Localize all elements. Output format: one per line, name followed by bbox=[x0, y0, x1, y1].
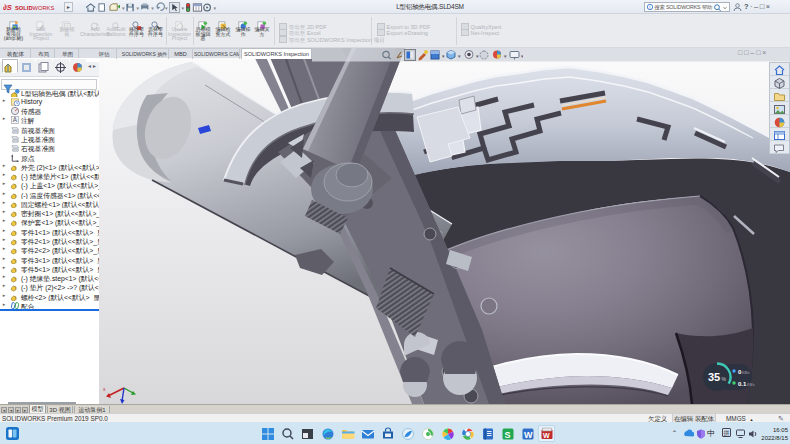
svg-text:▼: ▼ bbox=[475, 54, 479, 59]
svg-text:KB/s: KB/s bbox=[742, 371, 750, 375]
svg-text:▼: ▼ bbox=[121, 6, 126, 11]
svg-text:i: i bbox=[649, 5, 650, 10]
svg-text:W: W bbox=[543, 431, 550, 438]
svg-text:▼: ▼ bbox=[150, 6, 155, 11]
svg-text:▼: ▼ bbox=[503, 54, 507, 59]
svg-text:KB/s: KB/s bbox=[747, 383, 755, 387]
svg-text:S: S bbox=[505, 429, 511, 439]
svg-text:WORKS: WORKS bbox=[33, 5, 55, 11]
svg-text:∂S: ∂S bbox=[3, 3, 12, 12]
svg-text:SOLID: SOLID bbox=[15, 5, 33, 11]
svg-text:A: A bbox=[13, 117, 18, 124]
svg-text:W: W bbox=[524, 429, 533, 439]
svg-text:▼: ▼ bbox=[520, 54, 523, 59]
svg-text:35: 35 bbox=[708, 371, 720, 383]
svg-text:▼: ▼ bbox=[213, 6, 218, 11]
svg-text:▼: ▼ bbox=[164, 6, 169, 11]
svg-text:▼: ▼ bbox=[181, 6, 186, 11]
svg-text:▼: ▼ bbox=[441, 54, 445, 59]
svg-text:0.1: 0.1 bbox=[738, 381, 747, 387]
svg-text:x: x bbox=[103, 386, 106, 392]
svg-text:▼: ▼ bbox=[136, 6, 141, 11]
svg-text:%: % bbox=[722, 376, 727, 382]
svg-text:▼: ▼ bbox=[457, 54, 461, 59]
